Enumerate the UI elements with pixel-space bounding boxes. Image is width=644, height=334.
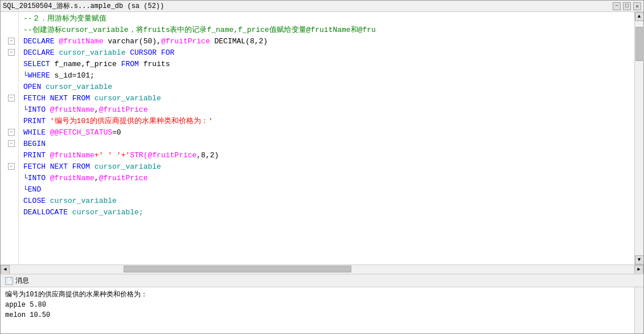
messages-scrollbar[interactable]: [634, 287, 643, 333]
close-button[interactable]: ✕: [633, 2, 641, 10]
code-token: CURSOR FOR: [130, 48, 174, 57]
messages-header: 📄 消息: [1, 275, 643, 287]
code-token: @fruitName: [50, 151, 95, 160]
code-token: @fruitName: [50, 105, 95, 114]
code-token: @fruitPrice: [99, 174, 148, 182]
code-token: varchar(50),: [108, 37, 161, 46]
code-token: CLOSE: [23, 197, 50, 205]
code-line: --创建游标cursor_variable，将fruits表中的记录f_name…: [23, 25, 634, 36]
code-line: DEALLOCATE cursor_variable;: [23, 207, 634, 218]
horizontal-scrollbar[interactable]: ◄ ►: [1, 264, 643, 274]
code-line: DECLARE cursor_variable CURSOR FOR: [23, 47, 634, 59]
messages-content: 编号为101的供应商提供的水果种类和价格为：apple 5.80melon 10…: [1, 287, 634, 333]
fold-indicator[interactable]: −: [8, 140, 15, 147]
scroll-up-button[interactable]: ▲: [635, 12, 644, 21]
code-line: FETCH NEXT FROM cursor_variable: [23, 93, 634, 104]
code-token: '+': [112, 151, 130, 160]
code-token: cursor_variable;: [72, 208, 143, 217]
message-line: melon 10.50: [5, 310, 630, 320]
code-line: └WHERE s_id=101;: [23, 70, 634, 82]
code-token: =0: [112, 128, 121, 137]
code-token: FETCH NEXT FROM: [23, 94, 95, 103]
code-token: @fruitPrice: [147, 151, 196, 160]
code-token: └INTO: [23, 105, 50, 114]
fold-indicator[interactable]: −: [8, 49, 15, 56]
code-line: FETCH NEXT FROM cursor_variable: [23, 161, 634, 173]
minimize-button[interactable]: −: [613, 2, 621, 10]
code-token: └END: [23, 185, 41, 194]
editor-area: −−−−−− --２．用游标为变量赋值--创建游标cursor_variable…: [1, 12, 643, 264]
code-line: └END: [23, 184, 634, 195]
code-token: PRINT: [23, 151, 50, 160]
fold-indicator[interactable]: −: [8, 129, 15, 136]
code-token: cursor_variable: [95, 162, 161, 171]
code-token: BEGIN: [23, 140, 46, 148]
title-bar-buttons: − □ ✕: [613, 2, 641, 10]
scroll-thumb[interactable]: [635, 27, 643, 61]
code-token: cursor_variable: [46, 83, 112, 91]
scroll-down-button[interactable]: ▼: [635, 255, 644, 264]
code-token: OPEN: [23, 83, 46, 91]
code-token: SELECT: [23, 60, 55, 68]
code-token: DEALLOCATE: [23, 208, 72, 217]
code-token: @fruitName: [59, 37, 108, 46]
messages-body: 编号为101的供应商提供的水果种类和价格为：apple 5.80melon 10…: [1, 287, 643, 333]
code-token: DECIMAL(8,2): [215, 37, 268, 46]
fold-indicator[interactable]: −: [8, 163, 15, 170]
title-bar: SQL_20150504_游标.s...ample_db (sa (52)) −…: [1, 1, 643, 12]
code-token: --２．用游标为变量赋值: [23, 14, 106, 23]
scroll-right-button[interactable]: ►: [634, 265, 643, 274]
maximize-button[interactable]: □: [623, 2, 631, 10]
code-token: '编号为101的供应商提供的水果种类和价格为：': [50, 117, 213, 125]
message-line: apple 5.80: [5, 300, 630, 310]
code-token: └WHERE: [23, 71, 55, 80]
code-line: └INTO @fruitName,@fruitPrice: [23, 173, 634, 184]
vertical-scrollbar[interactable]: ▲ ▼: [634, 12, 643, 264]
code-token: cursor_variable: [59, 48, 130, 57]
code-token: ,: [95, 174, 99, 182]
scroll-track[interactable]: [635, 21, 643, 255]
code-line: BEGIN: [23, 139, 634, 150]
code-line: └INTO @fruitName,@fruitPrice: [23, 104, 634, 116]
code-token: FROM: [121, 60, 143, 68]
message-line: 编号为101的供应商提供的水果种类和价格为：: [5, 290, 630, 300]
messages-tab-label: 消息: [15, 276, 29, 286]
code-token: DECLARE: [23, 48, 59, 57]
code-token: └INTO: [23, 174, 50, 182]
code-token: s_id: [55, 71, 72, 80]
code-line: PRINT @fruitName+' ' '+'STR(@fruitPrice,…: [23, 150, 634, 161]
code-line: PRINT '编号为101的供应商提供的水果种类和价格为：': [23, 116, 634, 127]
code-token: WHILE: [23, 128, 50, 137]
code-token: --创建游标cursor_variable，将fruits表中的记录f_name…: [23, 26, 376, 34]
messages-icon: 📄: [5, 277, 13, 285]
line-numbers: −−−−−−: [1, 12, 19, 264]
code-token: @@FETCH_STATUS: [50, 128, 112, 137]
fold-indicator[interactable]: −: [8, 38, 15, 44]
code-token: cursor_variable: [95, 94, 161, 103]
code-token: FETCH NEXT FROM: [23, 162, 95, 171]
scroll-left-button[interactable]: ◄: [1, 265, 10, 274]
code-token: +' ': [95, 151, 112, 160]
code-token: =101;: [72, 71, 95, 80]
code-content[interactable]: --２．用游标为变量赋值--创建游标cursor_variable，将fruit…: [19, 12, 634, 264]
code-line: WHILE @@FETCH_STATUS=0: [23, 127, 634, 139]
code-line: CLOSE cursor_variable: [23, 195, 634, 207]
code-token: f_name,f_price: [55, 60, 121, 68]
code-line: OPEN cursor_variable: [23, 82, 634, 93]
code-line: SELECT f_name,f_price FROM fruits: [23, 59, 634, 70]
code-token: @fruitPrice: [99, 105, 148, 114]
code-token: PRINT: [23, 117, 50, 125]
code-token: cursor_variable: [50, 197, 117, 205]
code-token: DECLARE: [23, 37, 59, 46]
hscroll-track[interactable]: [10, 265, 634, 274]
messages-panel: 📄 消息 编号为101的供应商提供的水果种类和价格为：apple 5.80mel…: [1, 274, 643, 333]
fold-indicator[interactable]: −: [8, 95, 15, 101]
code-line: DECLARE @fruitName varchar(50),@fruitPri…: [23, 36, 634, 47]
hscroll-thumb[interactable]: [124, 266, 351, 272]
code-token: fruits: [143, 60, 170, 68]
code-token: ,8,2): [196, 151, 219, 160]
code-token: STR(: [130, 151, 147, 160]
code-token: ,: [95, 105, 99, 114]
code-token: @fruitName: [50, 174, 95, 182]
code-token: @fruitPrice: [161, 37, 215, 46]
